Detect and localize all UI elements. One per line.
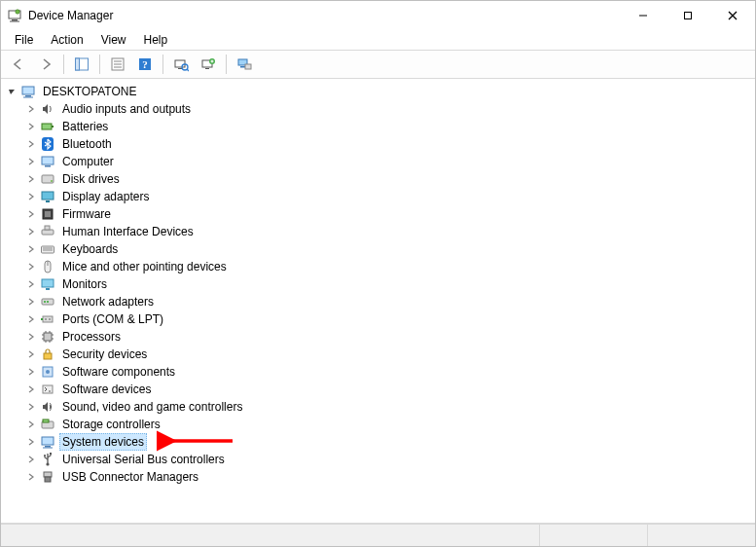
expand-arrow-icon[interactable] [24,120,38,133]
expand-arrow-icon[interactable] [24,365,38,379]
tree-item[interactable]: Processors [24,328,755,346]
tree-item[interactable]: Storage controllers [24,416,755,433]
svg-rect-72 [43,419,49,422]
close-button[interactable] [710,1,755,30]
mouse-icon [40,259,55,274]
tree-item[interactable]: Batteries [24,118,755,135]
expand-arrow-icon[interactable] [24,453,38,466]
menu-view[interactable]: View [93,31,134,49]
storage-icon [40,417,55,432]
computer-root-icon [20,84,36,99]
menu-file[interactable]: File [7,31,41,49]
svg-rect-58 [44,333,52,341]
tree-item-label: Disk drives [59,170,123,188]
tree-item[interactable]: Universal Serial Bus controllers [24,451,755,468]
svg-rect-80 [44,472,52,477]
tree-item[interactable]: Disk drives [24,170,755,188]
svg-rect-74 [45,446,51,448]
tree-item-label: Bluetooth [59,135,115,153]
expand-arrow-icon[interactable] [24,207,38,221]
expand-arrow-icon[interactable] [5,85,18,98]
tree-item[interactable]: Keyboards [24,240,755,258]
toolbar-separator [63,55,64,74]
software-device-icon [40,382,55,397]
expand-arrow-icon[interactable] [24,435,38,449]
tree-root-node[interactable]: DESKTOPATONE [5,83,755,100]
svg-rect-81 [45,477,51,482]
expand-arrow-icon[interactable] [24,155,38,168]
svg-rect-54 [43,316,53,322]
expand-arrow-icon[interactable] [24,383,38,396]
port-icon [40,311,55,327]
toolbar: ? [1,50,755,79]
toolbar-back-button[interactable] [6,52,31,77]
svg-point-78 [44,455,46,456]
tree-item[interactable]: Network adapters [24,293,755,310]
expand-arrow-icon[interactable] [24,225,38,238]
svg-point-55 [45,318,47,320]
device-tree-pane[interactable]: DESKTOPATONE Audio inputs and outputsBat… [1,79,755,524]
svg-rect-67 [44,353,52,359]
svg-rect-79 [50,453,52,455]
expand-arrow-icon[interactable] [24,312,38,326]
battery-icon [40,119,55,134]
menu-help[interactable]: Help [136,31,176,49]
usb-icon [40,452,55,467]
expand-arrow-icon[interactable] [24,260,38,274]
sound-icon [40,399,55,415]
tree-item[interactable]: Ports (COM & LPT) [24,310,755,328]
toolbar-add-legacy-button[interactable] [196,52,221,77]
menubar: File Action View Help [1,30,755,50]
expand-arrow-icon[interactable] [24,137,38,151]
svg-rect-27 [245,64,251,69]
toolbar-separator [99,55,100,74]
expand-arrow-icon[interactable] [24,330,38,344]
expand-arrow-icon[interactable] [24,347,38,361]
expand-arrow-icon[interactable] [24,190,38,203]
toolbar-devices-printers-button[interactable] [232,52,257,77]
expand-arrow-icon[interactable] [24,102,38,116]
svg-rect-57 [41,318,43,320]
tree-item-label: Network adapters [59,293,157,310]
tree-item[interactable]: Sound, video and game controllers [24,398,755,416]
svg-rect-73 [42,437,54,445]
tree-item[interactable]: Bluetooth [24,135,755,153]
tree-item[interactable]: Mice and other pointing devices [24,258,755,275]
toolbar-forward-button[interactable] [33,52,58,77]
statusbar-cell [647,525,755,546]
menu-action[interactable]: Action [43,31,90,49]
minimize-button[interactable] [621,1,666,30]
tree-item[interactable]: Software devices [24,381,755,398]
toolbar-console-tree-button[interactable] [69,52,94,77]
expand-arrow-icon[interactable] [24,277,38,291]
tree-item[interactable]: Human Interface Devices [24,223,755,240]
expand-arrow-icon[interactable] [24,470,38,484]
expand-arrow-icon[interactable] [24,418,38,431]
tree-item[interactable]: Software components [24,363,755,381]
tree-item[interactable]: System devices [24,433,755,451]
security-icon [40,346,55,362]
tree-item[interactable]: USB Connector Managers [24,468,755,486]
toolbar-help-button[interactable]: ? [132,52,158,77]
expand-arrow-icon[interactable] [24,172,38,186]
svg-rect-29 [25,95,31,97]
tree-item[interactable]: Audio inputs and outputs [24,100,755,118]
toolbar-properties-button[interactable] [105,52,130,77]
toolbar-separator [226,55,227,74]
maximize-button[interactable] [666,1,710,30]
tree-item[interactable]: Security devices [24,346,755,363]
tree-item-label: Display adapters [59,188,152,205]
tree-item[interactable]: Display adapters [24,188,755,205]
expand-arrow-icon[interactable] [24,400,38,414]
svg-rect-28 [22,87,34,94]
tree-item[interactable]: Firmware [24,205,755,223]
toolbar-scan-button[interactable] [168,52,194,77]
titlebar: Device Manager [1,1,755,30]
expand-arrow-icon[interactable] [24,242,38,256]
tree-item-label: Human Interface Devices [59,223,197,240]
svg-rect-38 [42,192,54,200]
svg-rect-41 [45,211,51,217]
expand-arrow-icon[interactable] [24,295,38,309]
tree-item[interactable]: Monitors [24,275,755,293]
tree-item[interactable]: Computer [24,153,755,170]
